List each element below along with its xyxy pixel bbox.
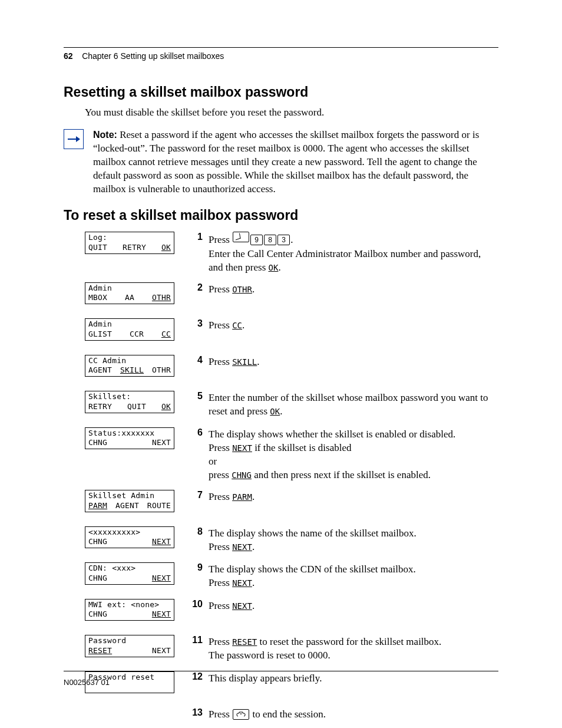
step-number: 1 — [186, 232, 209, 242]
page-number: 62 — [64, 51, 73, 61]
step-number: 10 — [186, 599, 209, 610]
note-label: Note: — [93, 130, 117, 140]
note-body: Reset a password if the agent who access… — [93, 129, 479, 195]
step-text: Press SKILL. — [209, 355, 498, 368]
step-text: Press 983. Enter the Call Center Adminis… — [209, 232, 498, 274]
running-header: 62 Chapter 6 Setting up skillset mailbox… — [64, 51, 498, 61]
chapter-name: Chapter 6 Setting up skillset mailboxes — [82, 51, 224, 61]
step-text: The display shows whether the skillset i… — [209, 427, 498, 482]
step-text: The display shows the name of the skills… — [209, 526, 498, 554]
step-text: Press CC. — [209, 318, 498, 332]
digit-key: 8 — [264, 235, 276, 245]
section-heading-reset: Resetting a skillset mailbox password — [64, 84, 498, 100]
step-number: 7 — [186, 490, 209, 500]
digit-key: 9 — [250, 235, 263, 245]
step-number: 4 — [186, 355, 209, 365]
lcd-display-log: Log: QUITRETRYOK — [85, 232, 174, 254]
step-text: This display appears briefly. — [209, 671, 498, 685]
release-key-icon — [233, 709, 249, 720]
step-text: Press OTHR. — [209, 282, 498, 296]
lcd-display-mwi: MWI ext: <none> CHNGNEXT — [85, 599, 174, 621]
lcd-display-cdn: CDN: <xxx> CHNGNEXT — [85, 562, 174, 585]
lcd-display-skillset-admin: Skillset Admin PARMAGENTROUTE — [85, 490, 174, 512]
lcd-display-status: Status:xxxxxxx CHNGNEXT — [85, 427, 174, 450]
lcd-display-admin-glist: Admin GLISTCCRCC — [85, 318, 174, 341]
lcd-display-password: Password RESETNEXT — [85, 635, 174, 657]
step-number: 13 — [186, 707, 209, 718]
step-text: Press NEXT. — [209, 599, 498, 612]
step-number: 6 — [186, 427, 209, 438]
svg-point-2 — [240, 713, 242, 714]
footer-docnum: N0025637 01 — [64, 678, 110, 687]
step-number: 11 — [186, 635, 209, 645]
note-arrow-icon — [64, 129, 84, 149]
step-number: 2 — [186, 282, 209, 293]
step-number: 9 — [186, 562, 209, 573]
step-number: 5 — [186, 391, 209, 401]
lcd-display-name: <xxxxxxxxx> CHNGNEXT — [85, 526, 174, 549]
step-text: Press to end the session. — [209, 707, 498, 721]
note-text: Note: Reset a password if the agent who … — [93, 128, 498, 196]
step-text: Press RESET to reset the password for th… — [209, 635, 498, 662]
step-number: 8 — [186, 526, 209, 537]
step-number: 3 — [186, 318, 209, 329]
lcd-display-cc-admin: CC Admin AGENTSKILLOTHR — [85, 355, 174, 377]
header-rule — [64, 47, 498, 48]
digit-key: 3 — [277, 235, 290, 245]
step-text: Press PARM. — [209, 490, 498, 503]
intro-paragraph: You must disable the skillset before you… — [85, 106, 498, 120]
footer-rule — [64, 671, 498, 671]
feature-key-icon — [233, 232, 249, 242]
step-number: 12 — [186, 671, 209, 682]
section-heading-procedure: To reset a skillset mailbox password — [64, 207, 498, 223]
svg-marker-1 — [76, 136, 80, 142]
step-text: The display shows the CDN of the skillse… — [209, 562, 498, 589]
lcd-display-skillset: Skillset: RETRYQUITOK — [85, 391, 174, 413]
lcd-display-admin-mbox: Admin MBOXAAOTHR — [85, 282, 174, 305]
step-text: Enter the number of the skillset whose m… — [209, 391, 498, 418]
